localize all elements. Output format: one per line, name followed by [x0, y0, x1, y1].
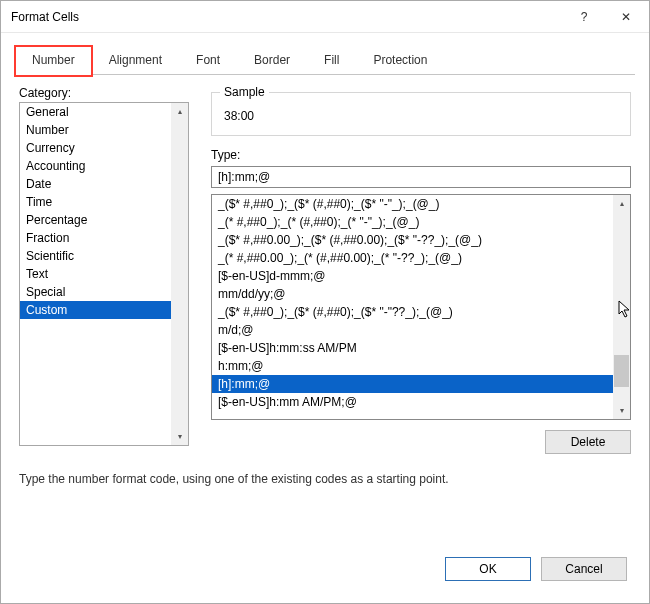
format-item[interactable]: _(* #,##0_);_(* (#,##0);_(* "-"_);_(@_)	[212, 213, 613, 231]
cancel-button[interactable]: Cancel	[541, 557, 627, 581]
tab-underline	[15, 74, 635, 75]
sample-box: Sample 38:00	[211, 92, 631, 136]
type-input[interactable]	[211, 166, 631, 188]
category-label: Category:	[19, 86, 189, 100]
tab-protection[interactable]: Protection	[356, 46, 444, 76]
tab-font[interactable]: Font	[179, 46, 237, 76]
format-item[interactable]: [h]:mm;@	[212, 375, 613, 393]
category-item[interactable]: General	[20, 103, 171, 121]
category-item[interactable]: Percentage	[20, 211, 171, 229]
category-scrollbar[interactable]: ▴ ▾	[171, 103, 188, 445]
hint-text: Type the number format code, using one o…	[19, 472, 631, 486]
format-cells-dialog: Format Cells ? ✕ Number Alignment Font B…	[0, 0, 650, 604]
type-label: Type:	[211, 148, 631, 162]
scroll-down-icon[interactable]: ▾	[613, 402, 630, 419]
help-icon: ?	[581, 10, 588, 24]
scroll-down-icon[interactable]: ▾	[171, 428, 188, 445]
dialog-title: Format Cells	[11, 10, 563, 24]
category-item[interactable]: Special	[20, 283, 171, 301]
category-column: Category: General Number Currency Accoun…	[19, 86, 189, 454]
right-column: Sample 38:00 Type: _($* #,##0_);_($* (#,…	[211, 86, 631, 454]
ok-button[interactable]: OK	[445, 557, 531, 581]
scroll-up-icon[interactable]: ▴	[613, 195, 630, 212]
category-items: General Number Currency Accounting Date …	[20, 103, 171, 445]
format-scrollbar[interactable]: ▴ ▾	[613, 195, 630, 419]
category-item[interactable]: Number	[20, 121, 171, 139]
format-item[interactable]: [$-en-US]d-mmm;@	[212, 267, 613, 285]
category-item[interactable]: Accounting	[20, 157, 171, 175]
upper-row: Category: General Number Currency Accoun…	[19, 86, 631, 454]
format-item[interactable]: _(* #,##0.00_);_(* (#,##0.00);_(* "-??_)…	[212, 249, 613, 267]
format-item[interactable]: [$-en-US]h:mm:ss AM/PM	[212, 339, 613, 357]
category-listbox[interactable]: General Number Currency Accounting Date …	[19, 102, 189, 446]
titlebar: Format Cells ? ✕	[1, 1, 649, 33]
help-button[interactable]: ?	[563, 2, 605, 32]
format-items: _($* #,##0_);_($* (#,##0);_($* "-"_);_(@…	[212, 195, 613, 419]
format-item[interactable]: m/d;@	[212, 321, 613, 339]
delete-row: Delete	[211, 430, 631, 454]
format-item[interactable]: _($* #,##0.00_);_($* (#,##0.00);_($* "-?…	[212, 231, 613, 249]
category-item[interactable]: Date	[20, 175, 171, 193]
category-item[interactable]: Time	[20, 193, 171, 211]
category-item[interactable]: Custom	[20, 301, 171, 319]
category-item[interactable]: Text	[20, 265, 171, 283]
sample-value: 38:00	[224, 103, 618, 123]
delete-button[interactable]: Delete	[545, 430, 631, 454]
category-item[interactable]: Fraction	[20, 229, 171, 247]
category-item[interactable]: Currency	[20, 139, 171, 157]
format-item[interactable]: h:mm;@	[212, 357, 613, 375]
format-item[interactable]: mm/dd/yy;@	[212, 285, 613, 303]
tab-number[interactable]: Number	[15, 46, 92, 76]
tab-fill[interactable]: Fill	[307, 46, 356, 76]
sample-label: Sample	[220, 85, 269, 99]
close-button[interactable]: ✕	[605, 2, 647, 32]
format-item[interactable]: _($* #,##0_);_($* (#,##0);_($* "-"??_);_…	[212, 303, 613, 321]
tab-alignment[interactable]: Alignment	[92, 46, 179, 76]
format-item[interactable]: _($* #,##0_);_($* (#,##0);_($* "-"_);_(@…	[212, 195, 613, 213]
category-item[interactable]: Scientific	[20, 247, 171, 265]
close-icon: ✕	[621, 10, 631, 24]
dialog-footer: OK Cancel	[1, 539, 649, 603]
scroll-thumb[interactable]	[614, 355, 629, 387]
scroll-up-icon[interactable]: ▴	[171, 103, 188, 120]
tab-bar: Number Alignment Font Border Fill Protec…	[1, 33, 649, 75]
dialog-body: Category: General Number Currency Accoun…	[1, 76, 649, 539]
format-item[interactable]: [$-en-US]h:mm AM/PM;@	[212, 393, 613, 411]
tab-border[interactable]: Border	[237, 46, 307, 76]
format-listbox[interactable]: _($* #,##0_);_($* (#,##0);_($* "-"_);_(@…	[211, 194, 631, 420]
